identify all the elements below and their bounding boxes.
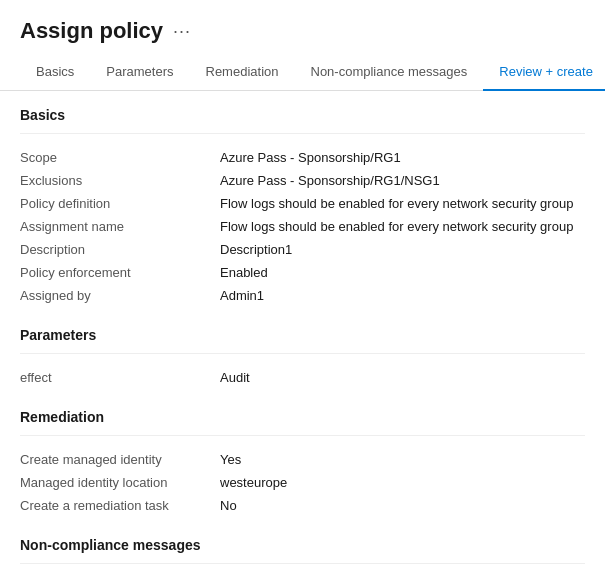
page-header: Assign policy ···	[0, 0, 605, 54]
field-policy-definition: Policy definition Flow logs should be en…	[20, 192, 585, 215]
label-create-remediation-task: Create a remediation task	[20, 498, 220, 513]
section-non-compliance-title: Non-compliance messages	[20, 537, 585, 555]
label-assigned-by: Assigned by	[20, 288, 220, 303]
field-managed-identity-location: Managed identity location westeurope	[20, 471, 585, 494]
label-effect: effect	[20, 370, 220, 385]
value-assigned-by: Admin1	[220, 288, 585, 303]
section-remediation: Remediation Create managed identity Yes …	[20, 409, 585, 517]
section-remediation-title: Remediation	[20, 409, 585, 427]
section-basics-title: Basics	[20, 107, 585, 125]
tab-parameters[interactable]: Parameters	[90, 54, 189, 91]
field-effect: effect Audit	[20, 366, 585, 389]
value-description: Description1	[220, 242, 585, 257]
label-policy-enforcement: Policy enforcement	[20, 265, 220, 280]
label-scope: Scope	[20, 150, 220, 165]
section-parameters: Parameters effect Audit	[20, 327, 585, 389]
field-assigned-by: Assigned by Admin1	[20, 284, 585, 307]
value-policy-definition: Flow logs should be enabled for every ne…	[220, 196, 585, 211]
label-description: Description	[20, 242, 220, 257]
value-policy-enforcement: Enabled	[220, 265, 585, 280]
tab-review-create[interactable]: Review + create	[483, 54, 605, 91]
tabs-bar: Basics Parameters Remediation Non-compli…	[0, 54, 605, 91]
divider-basics	[20, 133, 585, 134]
value-effect: Audit	[220, 370, 585, 385]
field-policy-enforcement: Policy enforcement Enabled	[20, 261, 585, 284]
value-create-managed-identity: Yes	[220, 452, 585, 467]
label-managed-identity-location: Managed identity location	[20, 475, 220, 490]
tab-remediation[interactable]: Remediation	[190, 54, 295, 91]
label-assignment-name: Assignment name	[20, 219, 220, 234]
value-scope: Azure Pass - Sponsorship/RG1	[220, 150, 585, 165]
label-exclusions: Exclusions	[20, 173, 220, 188]
tab-basics[interactable]: Basics	[20, 54, 90, 91]
value-managed-identity-location: westeurope	[220, 475, 585, 490]
field-create-remediation-task: Create a remediation task No	[20, 494, 585, 517]
field-assignment-name: Assignment name Flow logs should be enab…	[20, 215, 585, 238]
section-non-compliance: Non-compliance messages Default non-comp…	[20, 537, 585, 567]
main-content: Basics Scope Azure Pass - Sponsorship/RG…	[0, 91, 605, 567]
field-create-managed-identity: Create managed identity Yes	[20, 448, 585, 471]
divider-remediation	[20, 435, 585, 436]
field-description: Description Description1	[20, 238, 585, 261]
value-assignment-name: Flow logs should be enabled for every ne…	[220, 219, 585, 234]
label-policy-definition: Policy definition	[20, 196, 220, 211]
value-exclusions: Azure Pass - Sponsorship/RG1/NSG1	[220, 173, 585, 188]
section-basics: Basics Scope Azure Pass - Sponsorship/RG…	[20, 107, 585, 307]
ellipsis-menu-button[interactable]: ···	[173, 21, 191, 42]
tab-non-compliance[interactable]: Non-compliance messages	[295, 54, 484, 91]
divider-parameters	[20, 353, 585, 354]
section-parameters-title: Parameters	[20, 327, 585, 345]
label-create-managed-identity: Create managed identity	[20, 452, 220, 467]
value-create-remediation-task: No	[220, 498, 585, 513]
page-title: Assign policy	[20, 18, 163, 44]
field-exclusions: Exclusions Azure Pass - Sponsorship/RG1/…	[20, 169, 585, 192]
divider-non-compliance	[20, 563, 585, 564]
field-scope: Scope Azure Pass - Sponsorship/RG1	[20, 146, 585, 169]
